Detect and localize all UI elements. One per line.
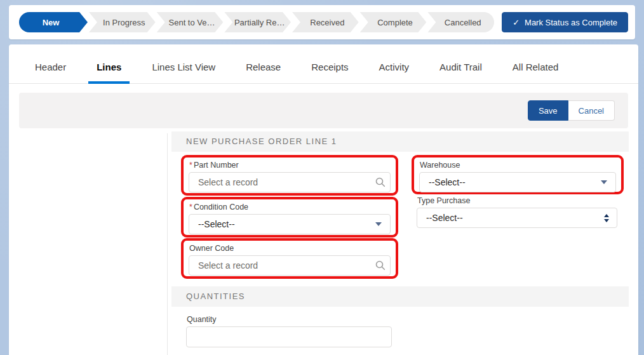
type-purchase-select[interactable]: --Select-- [417, 208, 617, 228]
part-number-label: *Part Number [189, 161, 391, 170]
form-panel: NEW PURCHASE ORDER LINE 1 *Part Number W… [168, 128, 638, 355]
search-icon [371, 177, 390, 187]
path-stage-label: Partially Re… [234, 18, 285, 27]
tab-receipts[interactable]: Receipts [303, 53, 356, 83]
highlight-box-owner-code: Owner Code [181, 238, 398, 279]
warehouse-value: --Select-- [420, 177, 601, 187]
owner-code-input[interactable] [189, 260, 371, 271]
mark-status-complete-label: Mark Status as Complete [525, 18, 617, 27]
chevron-down-icon [375, 222, 382, 226]
tab-bar: Header Lines Lines List View Release Rec… [9, 44, 638, 84]
path-bar: New In Progress Sent to Ve… Partially Re… [19, 12, 494, 32]
path-stage-in-progress[interactable]: In Progress [89, 12, 156, 32]
path-stage-label: Sent to Ve… [169, 18, 215, 27]
section-title-new-po-line: NEW PURCHASE ORDER LINE 1 [171, 131, 629, 152]
quantity-field: Quantity [186, 315, 392, 347]
form-left-panel [9, 133, 168, 355]
owner-code-lookup[interactable] [189, 255, 391, 276]
path-stage-label: Complete [377, 18, 413, 27]
cancel-button[interactable]: Cancel [568, 100, 615, 121]
warehouse-picklist[interactable]: --Select-- [419, 172, 616, 192]
quantity-label: Quantity [187, 315, 392, 324]
path-card: New In Progress Sent to Ve… Partially Re… [9, 5, 635, 39]
type-purchase-label: Type Purchase [417, 196, 617, 205]
tab-all-related[interactable]: All Related [504, 53, 567, 83]
type-purchase-field: Type Purchase --Select-- [417, 195, 617, 228]
check-icon: ✓ [513, 18, 520, 27]
condition-code-picklist[interactable]: --Select-- [189, 214, 391, 234]
path-stage-label: New [43, 18, 60, 27]
save-button[interactable]: Save [528, 100, 568, 121]
highlight-box-warehouse: Warehouse --Select-- [412, 155, 624, 194]
mark-status-complete-button[interactable]: ✓ Mark Status as Complete [502, 12, 628, 32]
form-toolbar: Save Cancel [19, 93, 628, 128]
section-title-quantities: QUANTITIES [171, 286, 629, 307]
main-card: Header Lines Lines List View Release Rec… [9, 44, 638, 355]
type-purchase-value: --Select-- [417, 213, 604, 223]
quantity-input-wrap [186, 326, 392, 347]
condition-code-label: *Condition Code [189, 203, 391, 211]
tab-lines[interactable]: Lines [88, 53, 130, 83]
path-stage-partially-received[interactable]: Partially Re… [224, 12, 291, 32]
quantity-input[interactable] [187, 332, 391, 342]
chevron-down-icon [601, 180, 607, 184]
required-asterisk: * [189, 161, 192, 170]
highlight-box-condition-code: *Condition Code --Select-- [181, 197, 398, 238]
tab-release[interactable]: Release [238, 53, 289, 83]
path-stage-received[interactable]: Received [292, 12, 359, 32]
form-body: NEW PURCHASE ORDER LINE 1 *Part Number W… [9, 128, 638, 355]
tab-lines-list-view[interactable]: Lines List View [144, 53, 224, 83]
path-stage-new[interactable]: New [19, 12, 88, 32]
condition-code-value: --Select-- [189, 219, 375, 229]
search-icon [371, 260, 390, 271]
path-stage-label: Cancelled [445, 18, 481, 27]
warehouse-label: Warehouse [420, 161, 616, 170]
part-number-lookup[interactable] [189, 172, 391, 192]
highlight-box-part-number: *Part Number [181, 155, 398, 196]
part-number-input[interactable] [189, 177, 371, 187]
required-asterisk: * [189, 203, 192, 211]
fields-area: *Part Number Warehouse --Select-- [171, 152, 629, 283]
path-stage-complete[interactable]: Complete [360, 12, 427, 32]
owner-code-label: Owner Code [189, 244, 391, 253]
up-down-spinner-icon [604, 214, 609, 222]
path-stage-sent-to-vendor[interactable]: Sent to Ve… [157, 12, 224, 32]
path-stage-cancelled[interactable]: Cancelled [427, 12, 494, 32]
path-stage-label: In Progress [103, 18, 145, 27]
tab-audit-trail[interactable]: Audit Trail [431, 53, 490, 83]
tab-header[interactable]: Header [27, 53, 74, 83]
tab-activity[interactable]: Activity [371, 53, 418, 83]
path-stage-label: Received [310, 18, 344, 27]
